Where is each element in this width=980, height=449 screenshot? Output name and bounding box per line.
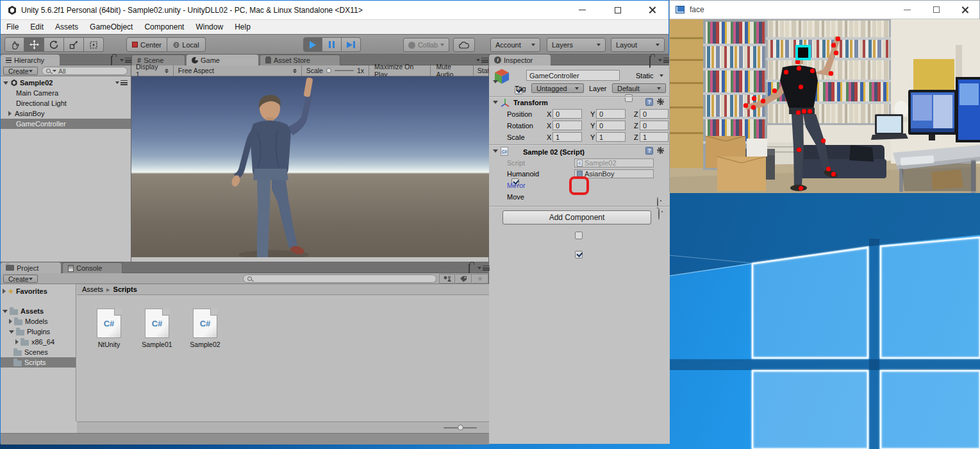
expander-icon[interactable] xyxy=(8,111,12,116)
asset-store-tab[interactable]: Asset Store xyxy=(260,55,340,65)
position-z-field[interactable]: 0 xyxy=(640,109,669,119)
tree-favorites[interactable]: ★ Favorites xyxy=(1,286,76,296)
rotation-y-field[interactable]: 0 xyxy=(596,121,626,130)
layout-dropdown[interactable]: Layout xyxy=(611,38,665,52)
filter-by-type-button[interactable] xyxy=(439,274,455,284)
panel-menu-icon[interactable] xyxy=(478,266,490,271)
display-dropdown[interactable]: Display 1 xyxy=(131,65,174,76)
close-button[interactable] xyxy=(635,1,669,19)
collab-dropdown[interactable]: Collab xyxy=(403,38,449,52)
position-x-field[interactable]: 0 xyxy=(552,109,582,119)
breadcrumb-assets[interactable]: Assets xyxy=(82,285,103,293)
scale-y-field[interactable]: 1 xyxy=(596,132,626,142)
project-tab[interactable]: Project xyxy=(1,262,61,273)
gear-icon[interactable] xyxy=(657,98,664,105)
project-create-button[interactable]: Create xyxy=(3,275,38,283)
tree-scripts[interactable]: Scripts xyxy=(1,357,76,368)
hierarchy-item-directional-light[interactable]: Directional Light xyxy=(1,98,131,108)
panel-menu-icon[interactable] xyxy=(120,58,132,63)
maximize-on-play-toggle[interactable]: Maximize On Play xyxy=(369,65,431,76)
face-close-button[interactable] xyxy=(951,1,979,19)
tree-scenes[interactable]: Scenes xyxy=(1,347,76,357)
mirror-checkbox[interactable] xyxy=(575,232,583,239)
hierarchy-item-gamecontroller[interactable]: GameController xyxy=(1,119,131,129)
layer-dropdown[interactable]: Default xyxy=(612,83,666,93)
position-y-field[interactable]: 0 xyxy=(596,109,626,119)
menu-help[interactable]: Help xyxy=(229,22,256,31)
menu-file[interactable]: File xyxy=(1,22,24,31)
hierarchy-item-main-camera[interactable]: Main Camera xyxy=(1,88,131,98)
menu-gameobject[interactable]: GameObject xyxy=(84,22,138,31)
step-button[interactable] xyxy=(342,37,361,52)
scene-menu-icon[interactable] xyxy=(115,80,128,85)
scale-slider-track[interactable] xyxy=(335,70,354,71)
play-button[interactable] xyxy=(303,37,322,52)
hierarchy-item-sample02[interactable]: Sample02 xyxy=(1,78,131,88)
pivot-center-button[interactable]: Center xyxy=(126,37,167,52)
minimize-button[interactable] xyxy=(565,1,600,19)
face-minimize-button[interactable] xyxy=(893,1,922,19)
add-component-button[interactable]: Add Component xyxy=(502,210,651,224)
header-expander-icon[interactable] xyxy=(493,80,498,83)
thumbnail-size-knob[interactable] xyxy=(458,425,463,430)
scale-z-field[interactable]: 1 xyxy=(640,132,669,142)
hierarchy-tab[interactable]: Hierarchy xyxy=(1,55,60,65)
menu-assets[interactable]: Assets xyxy=(49,22,84,31)
hierarchy-search-input[interactable]: All xyxy=(42,67,128,75)
tag-dropdown[interactable]: Untagged xyxy=(531,83,584,93)
static-dropdown-icon[interactable] xyxy=(660,74,663,77)
move-tool-button[interactable] xyxy=(24,37,44,52)
aspect-dropdown[interactable]: Free Aspect xyxy=(174,65,302,76)
panel-menu-icon[interactable] xyxy=(476,58,488,63)
tree-models[interactable]: Models xyxy=(1,316,76,326)
asset-ntunity[interactable]: C# NtUnity xyxy=(91,309,127,348)
rect-tool-button[interactable] xyxy=(84,37,104,52)
console-tab[interactable]: Console xyxy=(62,262,122,273)
face-titlebar[interactable]: face xyxy=(670,1,979,19)
scale-x-field[interactable]: 1 xyxy=(552,132,582,142)
menu-window[interactable]: Window xyxy=(190,22,229,31)
pause-button[interactable] xyxy=(322,37,342,52)
hierarchy-item-asianboy[interactable]: AsianBoy xyxy=(1,108,131,119)
pivot-local-button[interactable]: Local xyxy=(167,37,206,52)
breadcrumb-scripts[interactable]: Scripts xyxy=(113,285,137,293)
script-object-field[interactable]: CSample02 xyxy=(574,158,654,167)
layers-dropdown[interactable]: Layers xyxy=(547,38,606,52)
object-picker-icon[interactable] xyxy=(657,197,658,209)
unity-titlebar[interactable]: Unity 5.6.2f1 Personal (64bit) - Sample0… xyxy=(1,1,669,20)
tree-x86-64[interactable]: x86_64 xyxy=(1,337,76,347)
menu-edit[interactable]: Edit xyxy=(24,22,49,31)
rotate-tool-button[interactable] xyxy=(44,37,64,52)
game-viewport[interactable] xyxy=(131,76,489,257)
scale-tool-button[interactable] xyxy=(64,37,84,52)
stats-toggle[interactable]: Stats xyxy=(474,65,488,76)
hand-tool-button[interactable] xyxy=(4,37,24,52)
filter-by-label-button[interactable] xyxy=(456,274,472,284)
project-search-input[interactable] xyxy=(243,275,436,283)
cloud-button[interactable] xyxy=(453,38,475,52)
hierarchy-create-button[interactable]: Create xyxy=(3,67,38,75)
rotation-x-field[interactable]: 0 xyxy=(552,121,582,130)
tree-plugins[interactable]: Plugins xyxy=(1,326,76,337)
menu-component[interactable]: Component xyxy=(138,22,190,31)
asset-sample02[interactable]: C# Sample02 xyxy=(187,309,223,348)
gear-icon[interactable] xyxy=(657,147,664,154)
maximize-button[interactable] xyxy=(600,1,635,19)
favorites-filter-button[interactable]: ★ xyxy=(472,274,488,284)
scale-slider-knob[interactable] xyxy=(326,68,331,73)
help-icon[interactable]: ? xyxy=(645,98,653,106)
expander-icon[interactable] xyxy=(3,81,8,85)
asset-sample01[interactable]: C# Sample01 xyxy=(139,309,175,348)
face-maximize-button[interactable] xyxy=(922,1,951,19)
help-icon[interactable]: ? xyxy=(645,147,653,155)
inspector-tab[interactable]: i Inspector xyxy=(489,55,551,65)
tree-assets[interactable]: Assets xyxy=(1,306,76,316)
script-expander-icon[interactable] xyxy=(493,149,498,153)
gameobject-name-field[interactable]: GameController xyxy=(526,70,620,81)
move-checkbox[interactable] xyxy=(575,251,583,258)
account-dropdown[interactable]: Account xyxy=(490,38,540,52)
mute-audio-toggle[interactable]: Mute Audio xyxy=(431,65,473,76)
object-picker-icon[interactable] xyxy=(658,208,660,220)
static-checkbox[interactable] xyxy=(625,94,633,102)
rotation-z-field[interactable]: 0 xyxy=(640,121,669,130)
